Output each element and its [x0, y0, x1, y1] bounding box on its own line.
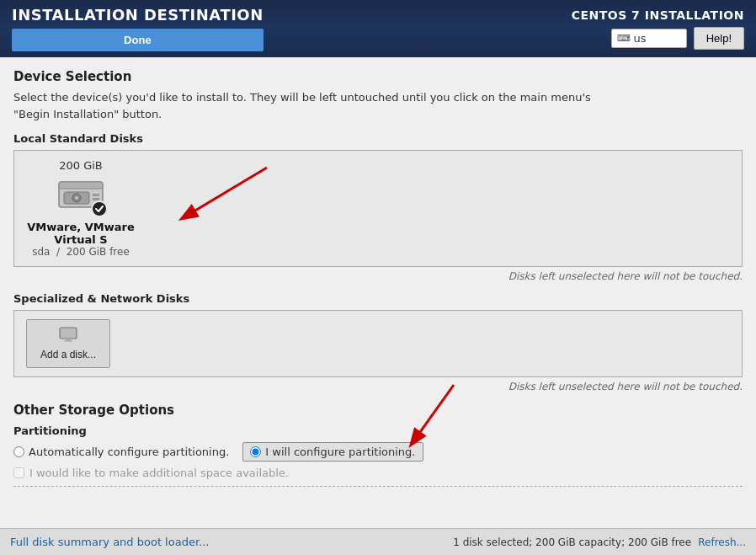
footer-status-text: 1 disk selected; 200 GiB capacity; 200 G… [453, 536, 691, 548]
header-controls: ⌨ us Help! [611, 27, 744, 50]
disk-name: VMware, VMware Virtual S [26, 221, 136, 246]
svg-rect-10 [64, 340, 72, 342]
footer-bar: Full disk summary and boot loader... 1 d… [0, 528, 756, 555]
device-selection-section: Device Selection Select the device(s) yo… [13, 69, 743, 392]
header-right: CENTOS 7 INSTALLATION ⌨ us Help! [572, 8, 744, 50]
other-storage-section: Other Storage Options Partitioning Autom… [13, 403, 743, 487]
add-disk-icon [59, 327, 77, 345]
disks-note-2: Disks left unselected here will not be t… [13, 381, 743, 392]
local-disks-box: 200 GiB [13, 150, 743, 267]
svg-point-4 [75, 196, 78, 200]
network-disk-icon [59, 327, 77, 342]
keyboard-lang: us [634, 32, 647, 45]
additional-space-label: I would like to make additional space av… [29, 467, 289, 479]
device-selection-title: Device Selection [13, 69, 743, 84]
disk-item[interactable]: 200 GiB [26, 159, 136, 258]
disk-icon-wrap [56, 175, 106, 217]
page-title: INSTALLATION DESTINATION [12, 6, 264, 24]
specialized-disks-label: Specialized & Network Disks [13, 292, 743, 305]
other-storage-title: Other Storage Options [13, 403, 743, 418]
disk-summary-link[interactable]: Full disk summary and boot loader... [10, 536, 209, 548]
keyboard-icon: ⌨ [617, 33, 631, 44]
svg-rect-5 [93, 194, 99, 196]
disks-note-1: Disks left unselected here will not be t… [13, 270, 743, 282]
disk-selected-badge [91, 200, 108, 217]
add-disk-button[interactable]: Add a disk... [26, 319, 110, 368]
partitioning-label: Partitioning [13, 424, 743, 437]
svg-rect-1 [59, 182, 103, 189]
main-content: Device Selection Select the device(s) yo… [0, 57, 756, 528]
keyboard-input[interactable]: ⌨ us [611, 29, 687, 48]
disk-details: sda / 200 GiB free [32, 246, 130, 258]
help-button[interactable]: Help! [694, 27, 744, 50]
add-disk-label: Add a disk... [40, 349, 96, 360]
radio-auto[interactable] [13, 446, 24, 457]
additional-space-checkbox[interactable] [13, 467, 24, 478]
svg-rect-9 [66, 339, 71, 340]
header: INSTALLATION DESTINATION Done CENTOS 7 I… [0, 0, 756, 57]
done-button[interactable]: Done [12, 29, 264, 51]
local-disks-label: Local Standard Disks [13, 132, 743, 145]
svg-rect-8 [60, 328, 77, 339]
disk-size: 200 GiB [59, 159, 103, 172]
additional-space-row[interactable]: I would like to make additional space av… [13, 467, 743, 479]
partitioning-radio-row: Automatically configure partitioning. I … [13, 442, 743, 462]
radio-auto-item[interactable]: Automatically configure partitioning. [13, 446, 229, 458]
red-arrow [132, 159, 284, 235]
refresh-link[interactable]: Refresh... [698, 536, 746, 548]
radio-auto-label[interactable]: Automatically configure partitioning. [29, 446, 229, 458]
centos-title: CENTOS 7 INSTALLATION [572, 8, 744, 22]
device-selection-desc: Select the device(s) you'd like to insta… [13, 89, 743, 122]
separator [13, 486, 743, 487]
specialized-disks-box: Add a disk... [13, 310, 743, 377]
red-arrow-2 [386, 376, 487, 461]
radio-manual[interactable] [250, 446, 261, 457]
footer-status-area: 1 disk selected; 200 GiB capacity; 200 G… [453, 536, 746, 548]
header-left: INSTALLATION DESTINATION Done [12, 6, 264, 51]
